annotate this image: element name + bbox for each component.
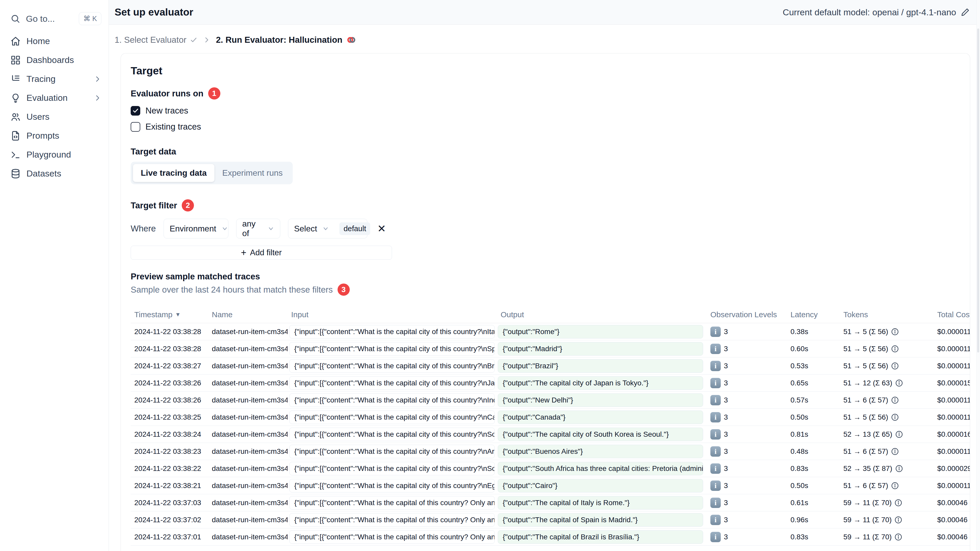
filter-value-select[interactable]: Select default (288, 219, 368, 238)
output-pill[interactable]: {"output":"Rome"} (498, 325, 703, 338)
edit-pencil-icon[interactable] (961, 8, 970, 17)
sidebar-item-dashboards[interactable]: Dashboards (10, 51, 101, 70)
info-circle-icon[interactable] (891, 345, 899, 353)
column-header-total-cost[interactable]: Total Cost (934, 310, 970, 319)
output-pill[interactable]: {"output":"The capital city of Japan is … (498, 376, 703, 390)
tab-live-tracing-data[interactable]: Live tracing data (133, 164, 215, 182)
checkbox-unchecked[interactable] (130, 122, 140, 132)
sidebar-item-tracing[interactable]: Tracing (10, 70, 101, 88)
info-circle-icon[interactable] (895, 379, 903, 387)
output-pill[interactable]: {"output":"Cairo"} (498, 479, 703, 492)
checkbox-existing-traces[interactable]: Existing traces (130, 122, 970, 132)
input-pill[interactable]: {"input":[{"content":"What is the capita… (290, 462, 495, 475)
scrollbar-thumb[interactable] (977, 29, 979, 353)
column-header-name[interactable]: Name (208, 310, 288, 319)
input-pill[interactable]: {"input":[{"content":"What is the capita… (290, 342, 495, 356)
tab-experiment-runs[interactable]: Experiment runs (215, 164, 290, 182)
checkbox-checked[interactable] (130, 106, 140, 116)
table-row[interactable]: 2024-11-22 03:38:28dataset-run-item-cm3s… (130, 340, 970, 357)
sidebar-item-home[interactable]: Home (10, 32, 101, 51)
add-filter-button[interactable]: + Add filter (130, 246, 392, 260)
info-circle-icon[interactable] (891, 413, 899, 421)
info-circle-icon[interactable] (894, 516, 902, 524)
cell-tokens: 52 → 35 (Σ 87) (840, 464, 934, 473)
output-pill[interactable]: {"output":"The capital city of South Kor… (498, 428, 703, 441)
output-pill[interactable]: {"output":"South Africa has three capita… (498, 462, 703, 475)
info-circle-icon[interactable] (891, 362, 899, 370)
input-pill[interactable]: {"input":[{"content":"What is the capita… (290, 530, 495, 544)
input-pill[interactable]: {"input":[{"content":"What is the capita… (290, 325, 495, 338)
cell-latency: 0.61s (787, 499, 840, 507)
input-pill[interactable]: {"input":[{"content":"What is the capita… (290, 428, 495, 441)
input-pill[interactable]: {"input":[{"content":"What is the capita… (290, 394, 495, 407)
output-pill[interactable]: {"output":"The capital of Brazil is Bras… (498, 530, 703, 544)
info-circle-icon[interactable] (894, 533, 902, 541)
table-row[interactable]: 2024-11-22 03:38:26dataset-run-item-cm3s… (130, 392, 970, 409)
cell-observation-levels: i3 (707, 429, 787, 440)
filter-operator-value: any of (242, 219, 262, 238)
info-circle-icon[interactable] (891, 327, 899, 336)
table-row[interactable]: 2024-11-22 03:38:21dataset-run-item-cm3s… (130, 477, 970, 494)
cell-total-cost: $0.000011 ( (934, 327, 970, 336)
column-header-output[interactable]: Output (497, 310, 707, 319)
sidebar-item-label: Evaluation (27, 93, 94, 103)
table-row[interactable]: 2024-11-22 03:38:26dataset-run-item-cm3s… (130, 375, 970, 392)
output-pill[interactable]: {"output":"Buenos Aires"} (498, 445, 703, 458)
info-circle-icon[interactable] (895, 464, 903, 473)
info-circle-icon[interactable] (891, 481, 899, 490)
breadcrumb-step-1[interactable]: 1. Select Evaluator (115, 35, 197, 45)
input-pill[interactable]: {"input":[{"content":"What is the capita… (290, 496, 495, 510)
checkbox-new-traces[interactable]: New traces (130, 106, 970, 116)
output-pill[interactable]: {"output":"Madrid"} (498, 342, 703, 356)
sidebar-item-users[interactable]: Users (10, 107, 101, 126)
output-pill[interactable]: {"output":"New Delhi"} (498, 394, 703, 407)
cell-tokens: 51 → 5 (Σ 56) (840, 413, 934, 421)
column-header-tokens[interactable]: Tokens (840, 310, 934, 319)
cell-latency: 0.65s (787, 379, 840, 387)
table-row[interactable]: 2024-11-22 03:37:01dataset-run-item-cm3s… (130, 529, 970, 546)
table-row[interactable]: 2024-11-22 03:38:25dataset-run-item-cm3s… (130, 409, 970, 426)
input-pill[interactable]: {"input":[{"content":"What is the capita… (290, 411, 495, 424)
cell-input: {"input":[{"content":"What is the capita… (288, 394, 497, 407)
table-row[interactable]: 2024-11-22 03:38:22dataset-run-item-cm3s… (130, 460, 970, 477)
goto-search[interactable]: Go to... ⌘ K (10, 10, 101, 27)
output-pill[interactable]: {"output":"The capital of Italy is Rome.… (498, 496, 703, 510)
table-row[interactable]: 2024-11-22 03:38:27dataset-run-item-cm3s… (130, 357, 970, 375)
table-row[interactable]: 2024-11-22 03:38:23dataset-run-item-cm3s… (130, 443, 970, 460)
page-scrollbar[interactable] (976, 0, 980, 551)
remove-filter-button[interactable]: ✕ (375, 224, 388, 234)
chevron-down-icon (322, 225, 329, 232)
table-row[interactable]: 2024-11-22 03:37:03dataset-run-item-cm3s… (130, 494, 970, 511)
output-pill[interactable]: {"output":"Brazil"} (498, 359, 703, 373)
column-header-timestamp[interactable]: Timestamp▼ (130, 310, 208, 319)
filter-operator-select[interactable]: any of (236, 219, 280, 238)
chevron-down-icon (221, 225, 228, 232)
cell-output: {"output":"Madrid"} (497, 342, 707, 356)
input-pill[interactable]: {"input":[{"content":"What is the capita… (290, 376, 495, 390)
filter-column-select[interactable]: Environment (164, 219, 228, 238)
column-header-latency[interactable]: Latency (787, 310, 840, 319)
info-circle-icon[interactable] (895, 430, 903, 438)
table-row[interactable]: 2024-11-22 03:37:02dataset-run-item-cm3s… (130, 511, 970, 529)
output-pill[interactable]: {"output":"Canada"} (498, 411, 703, 424)
table-row[interactable]: 2024-11-22 03:38:24dataset-run-item-cm3s… (130, 426, 970, 443)
info-circle-icon[interactable] (894, 499, 902, 507)
input-pill[interactable]: {"input":[{"content":"What is the capita… (290, 359, 495, 373)
sidebar-item-evaluation[interactable]: Evaluation (10, 88, 101, 107)
breadcrumb-step-1-label: 1. Select Evaluator (115, 35, 186, 45)
sidebar-item-prompts[interactable]: Prompts (10, 126, 101, 145)
input-pill[interactable]: {"input":[{"content":"What is the capita… (290, 513, 495, 527)
sidebar-item-playground[interactable]: Playground (10, 145, 101, 164)
column-header-input[interactable]: Input (288, 310, 497, 319)
input-pill[interactable]: {"input":[{"content":"What is the capita… (290, 445, 495, 458)
observation-info-icon: i (710, 446, 721, 457)
output-pill[interactable]: {"output":"The capital of Spain is Madri… (498, 513, 703, 527)
column-header-observation-levels[interactable]: Observation Levels (707, 310, 787, 319)
input-pill[interactable]: {"input":[{"content":"What is the capita… (290, 479, 495, 492)
chevron-right-icon (94, 94, 101, 102)
sidebar-item-label: Tracing (27, 74, 94, 84)
table-row[interactable]: 2024-11-22 03:38:28dataset-run-item-cm3s… (130, 323, 970, 340)
info-circle-icon[interactable] (891, 396, 899, 404)
info-circle-icon[interactable] (891, 447, 899, 456)
sidebar-item-datasets[interactable]: Datasets (10, 164, 101, 183)
